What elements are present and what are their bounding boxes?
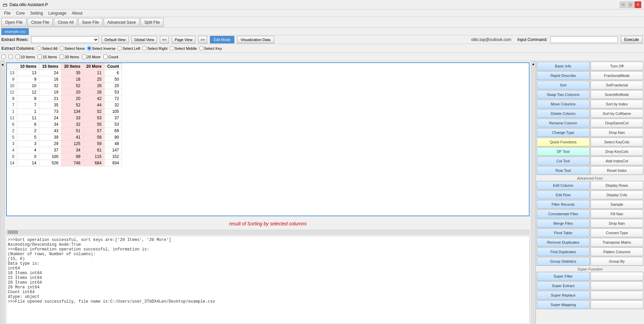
split-file-button[interactable]: Split File xyxy=(141,18,164,27)
fill-nan-button[interactable]: Fill Nan xyxy=(591,209,644,218)
chk-20-more-label[interactable]: 20 More xyxy=(82,55,101,59)
table-cell-index: 10 xyxy=(7,83,17,89)
filter-records-button[interactable]: Filter Records xyxy=(537,200,590,209)
find-duplicates-button[interactable]: Find Duplicates xyxy=(537,247,590,256)
edit-mode-button[interactable]: Edit Mode xyxy=(210,36,234,43)
drop-nan-button[interactable]: Drop Nan xyxy=(591,128,644,137)
visualization-data-button[interactable]: Visualization Data xyxy=(237,36,274,43)
super-filter-button[interactable]: Super Filter xyxy=(537,272,590,281)
next-page-button[interactable]: >> xyxy=(198,36,207,43)
extract-rows-select[interactable] xyxy=(31,36,99,43)
chk-unnamed[interactable] xyxy=(1,55,6,59)
pivot-table-button[interactable]: Pivot Table xyxy=(537,228,590,237)
table-cell-count: 152 xyxy=(104,154,122,160)
basic-info-button[interactable]: Basic Info xyxy=(537,62,590,70)
fractional-mode-button[interactable]: FractionalMode xyxy=(591,71,644,80)
drop-same-col-button[interactable]: DropSameCol xyxy=(591,119,644,127)
right-scroll-area[interactable]: ▲ ▼ xyxy=(531,61,536,324)
move-columns-button[interactable]: Move Columns xyxy=(537,100,590,108)
rp-rename-column-row: Rename Column DropSameCol xyxy=(537,119,643,127)
input-command-field[interactable] xyxy=(550,36,618,43)
menu-language[interactable]: Language xyxy=(46,10,69,16)
table-h-scrollbar-thumb[interactable] xyxy=(8,230,18,234)
reset-index-button[interactable]: Reset Index xyxy=(591,166,644,175)
radio-select-key[interactable]: Select Key xyxy=(199,46,222,50)
table-cell-10items: 7 xyxy=(17,102,39,108)
super-extract-button[interactable]: Super Extract xyxy=(537,281,590,290)
default-view-button[interactable]: Default View xyxy=(102,36,129,43)
radio-select-all[interactable]: Select All xyxy=(37,46,57,50)
table-cell-20more: 61 xyxy=(83,147,104,154)
advanced-save-button[interactable]: Advanced Save xyxy=(104,18,139,27)
edit-row-button[interactable]: Edit Row xyxy=(537,190,590,199)
super-mapping-button[interactable]: Super Mapping xyxy=(537,300,590,309)
radio-select-middle[interactable]: Select Middle xyxy=(170,46,197,50)
left-scroll-arrow[interactable]: ◄ xyxy=(0,61,5,324)
chk-unnamed2[interactable] xyxy=(8,55,13,59)
radio-select-right[interactable]: Select Right xyxy=(142,46,167,50)
concatenate-files-button[interactable]: Concatenate Files xyxy=(537,209,590,218)
close-all-button[interactable]: Close All xyxy=(54,18,77,27)
menu-core[interactable]: Core xyxy=(13,10,27,16)
minimize-button[interactable]: ─ xyxy=(620,1,626,8)
page-view-button[interactable]: Page View xyxy=(172,36,195,43)
add-indexcol-button[interactable]: Add IndexCol xyxy=(591,157,644,165)
open-file-button[interactable]: Open File xyxy=(1,18,26,27)
flatten-columns-button[interactable]: Flatten Columns xyxy=(591,247,644,256)
table-cell-20more: 52 xyxy=(83,108,104,115)
chk-10-items-label[interactable]: 10 Items xyxy=(16,55,35,59)
change-type-button[interactable]: Change Type xyxy=(537,128,590,137)
select-keycols-button[interactable]: Select KeyCols xyxy=(591,138,644,146)
radio-select-left[interactable]: Select Left xyxy=(117,46,140,50)
set-fractional-button[interactable]: SetFractional xyxy=(591,81,644,89)
menu-setting[interactable]: Setting xyxy=(27,10,45,16)
global-view-button[interactable]: Global View xyxy=(131,36,157,43)
tab-example-csv[interactable]: example.csv xyxy=(1,28,29,35)
radio-select-inverse[interactable]: Select Inverse xyxy=(87,46,116,50)
remove-duplicates-button[interactable]: Remove Duplicates xyxy=(537,238,590,247)
display-cols-button[interactable]: Display Cols xyxy=(591,190,644,199)
prev-page-button[interactable]: << xyxy=(160,36,169,43)
sort-button[interactable]: Sort xyxy=(537,81,590,89)
radio-select-none[interactable]: Select None xyxy=(60,46,85,50)
app-title: Data.olllo Assistant-P xyxy=(9,2,48,7)
group-statistics-button[interactable]: Group Statistics xyxy=(537,257,590,266)
scroll-up-icon[interactable]: ▲ xyxy=(532,62,535,66)
close-button[interactable]: ✕ xyxy=(635,1,641,8)
super-replace-button[interactable]: Super Replace xyxy=(537,291,590,300)
drop-nan-button2[interactable]: Drop Nan xyxy=(591,219,644,228)
display-rows-button[interactable]: Display Rows xyxy=(591,181,644,190)
chk-count-label[interactable]: Count xyxy=(103,55,118,59)
close-file-button[interactable]: Close File xyxy=(27,18,53,27)
rename-column-button[interactable]: Rename Column xyxy=(537,119,590,127)
save-file-button[interactable]: Save File xyxy=(78,18,103,27)
drop-keycols-button[interactable]: Drop KeyCols xyxy=(591,147,644,156)
chk-20-items-label[interactable]: 20 Items xyxy=(60,55,79,59)
chk-15-items-label[interactable]: 15 Items xyxy=(38,55,57,59)
table-cell-count: 53 xyxy=(104,121,122,128)
sample-button[interactable]: Sample xyxy=(591,200,644,209)
quick-functions-button[interactable]: Quick Functions xyxy=(537,138,590,146)
convert-type-button[interactable]: Convert Type xyxy=(591,228,644,237)
row-tool-button[interactable]: Row Tool xyxy=(537,166,590,175)
menu-file[interactable]: File xyxy=(1,10,13,16)
swap-two-columns-button[interactable]: Swap Two Columns xyxy=(537,90,590,99)
group-by-button[interactable]: Group By xyxy=(591,257,644,266)
scientific-mode-button[interactable]: ScientificMode xyxy=(591,90,644,99)
df-tool-button[interactable]: DF Tool xyxy=(537,147,590,156)
rapid-describe-button[interactable]: Rapid Describe xyxy=(537,71,590,80)
menu-about[interactable]: About xyxy=(69,10,85,16)
merge-files-button[interactable]: Merge Files xyxy=(537,219,590,228)
rp-sort-row: Sort SetFractional xyxy=(537,81,643,89)
sort-by-index-button[interactable]: Sort by Index xyxy=(591,100,644,108)
transpose-matrix-button[interactable]: Transpose Matrix xyxy=(591,238,644,247)
table-cell-index: 4 xyxy=(7,147,17,154)
table-h-scrollbar[interactable] xyxy=(6,230,530,235)
turn-off-button[interactable]: Turn Off xyxy=(591,62,644,70)
edit-column-button[interactable]: Edit Column xyxy=(537,181,590,190)
delete-column-button[interactable]: Delete Column xyxy=(537,109,590,118)
col-tool-button[interactable]: Col Tool xyxy=(537,157,590,165)
sort-by-colname-button[interactable]: Sort by ColName xyxy=(591,109,644,118)
execute-button[interactable]: Execute xyxy=(621,36,643,43)
maximize-button[interactable]: □ xyxy=(627,1,634,8)
